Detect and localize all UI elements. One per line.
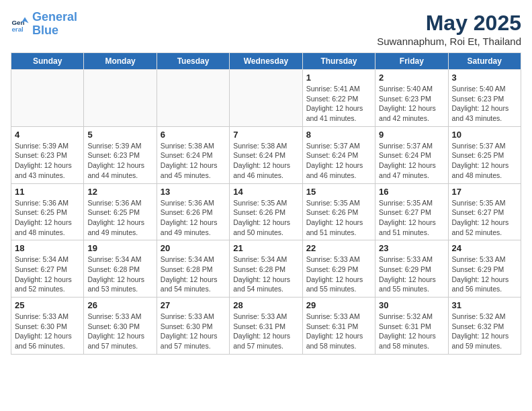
location-subtitle: Suwannaphum, Roi Et, Thailand: [377, 36, 521, 47]
day-cell-28: 28Sunrise: 5:33 AMSunset: 6:31 PMDayligh…: [230, 298, 302, 355]
day-info-line: Daylight: 12 hours and 44 minutes.: [87, 161, 152, 180]
day-info-line: Sunset: 6:28 PM: [161, 265, 226, 275]
day-info-line: Sunrise: 5:35 AM: [306, 198, 371, 208]
week-row-5: 25Sunrise: 5:33 AMSunset: 6:30 PMDayligh…: [11, 298, 521, 355]
day-cell-21: 21Sunrise: 5:34 AMSunset: 6:28 PMDayligh…: [230, 240, 302, 298]
day-info-line: Sunrise: 5:34 AM: [87, 255, 152, 265]
day-info-line: Sunset: 6:23 PM: [379, 94, 444, 104]
day-info-line: Sunrise: 5:33 AM: [452, 255, 517, 265]
day-info-line: Sunrise: 5:39 AM: [87, 141, 152, 151]
day-cell-20: 20Sunrise: 5:34 AMSunset: 6:28 PMDayligh…: [157, 240, 229, 298]
day-info-line: Sunset: 6:23 PM: [452, 94, 517, 104]
header-row: SundayMondayTuesdayWednesdayThursdayFrid…: [11, 53, 521, 70]
logo-text: GeneralBlue: [32, 11, 77, 38]
day-cell-9: 9Sunrise: 5:37 AMSunset: 6:24 PMDaylight…: [375, 126, 448, 183]
day-info-line: Sunrise: 5:33 AM: [233, 312, 298, 322]
logo-icon: Gen eral: [11, 15, 30, 34]
day-info-line: Daylight: 12 hours and 56 minutes.: [452, 275, 517, 294]
day-info-line: Sunset: 6:30 PM: [15, 322, 80, 332]
day-info-line: Sunrise: 5:34 AM: [233, 255, 298, 265]
day-cell-15: 15Sunrise: 5:35 AMSunset: 6:26 PMDayligh…: [302, 183, 375, 240]
day-number: 8: [306, 130, 371, 140]
day-number: 25: [15, 300, 80, 310]
header-day-sunday: Sunday: [11, 53, 84, 70]
svg-text:eral: eral: [11, 26, 24, 33]
day-info-line: Daylight: 12 hours and 57 minutes.: [161, 331, 226, 351]
day-info-line: Sunset: 6:25 PM: [87, 208, 152, 218]
week-row-4: 18Sunrise: 5:34 AMSunset: 6:27 PMDayligh…: [11, 240, 521, 298]
day-info-line: Sunset: 6:32 PM: [452, 322, 517, 332]
day-info-line: Sunset: 6:27 PM: [15, 265, 80, 275]
day-info-line: Daylight: 12 hours and 54 minutes.: [161, 275, 226, 294]
header-day-friday: Friday: [375, 53, 448, 70]
header-day-thursday: Thursday: [302, 53, 375, 70]
day-info-line: Daylight: 12 hours and 56 minutes.: [15, 331, 80, 351]
day-cell-14: 14Sunrise: 5:35 AMSunset: 6:26 PMDayligh…: [230, 183, 302, 240]
day-info-line: Sunrise: 5:35 AM: [233, 198, 298, 208]
day-number: 15: [306, 187, 371, 197]
day-info-line: Daylight: 12 hours and 51 minutes.: [306, 218, 371, 237]
day-info-line: Sunrise: 5:36 AM: [15, 198, 80, 208]
calendar-table: SundayMondayTuesdayWednesdayThursdayFrid…: [11, 52, 521, 355]
day-number: 3: [452, 73, 517, 83]
day-info-line: Sunset: 6:31 PM: [233, 322, 298, 332]
day-info-line: Sunset: 6:24 PM: [379, 150, 444, 161]
day-info-line: Sunset: 6:31 PM: [306, 322, 371, 332]
day-info-line: Sunset: 6:31 PM: [379, 322, 444, 332]
day-cell-24: 24Sunrise: 5:33 AMSunset: 6:29 PMDayligh…: [448, 240, 521, 298]
day-cell-13: 13Sunrise: 5:36 AMSunset: 6:26 PMDayligh…: [157, 183, 229, 240]
day-info-line: Sunset: 6:30 PM: [161, 322, 226, 332]
day-number: 31: [452, 300, 517, 310]
day-number: 10: [452, 130, 517, 140]
day-number: 9: [379, 130, 444, 140]
day-info-line: Sunrise: 5:41 AM: [306, 84, 371, 94]
day-cell-2: 2Sunrise: 5:40 AMSunset: 6:23 PMDaylight…: [375, 70, 448, 127]
day-info-line: Sunset: 6:26 PM: [306, 208, 371, 218]
day-info-line: Sunrise: 5:38 AM: [161, 141, 226, 151]
day-info-line: Daylight: 12 hours and 55 minutes.: [379, 275, 444, 294]
day-info-line: Daylight: 12 hours and 57 minutes.: [233, 331, 298, 351]
day-cell-6: 6Sunrise: 5:38 AMSunset: 6:24 PMDaylight…: [157, 126, 229, 183]
day-number: 2: [379, 73, 444, 83]
day-number: 23: [379, 243, 444, 253]
day-number: 11: [15, 187, 80, 197]
day-cell-11: 11Sunrise: 5:36 AMSunset: 6:25 PMDayligh…: [11, 183, 84, 240]
logo: Gen eral GeneralBlue: [11, 11, 77, 38]
day-info-line: Daylight: 12 hours and 47 minutes.: [379, 161, 444, 180]
empty-cell: [230, 70, 302, 127]
day-info-line: Sunset: 6:22 PM: [306, 94, 371, 104]
day-info-line: Sunset: 6:27 PM: [452, 208, 517, 218]
day-info-line: Daylight: 12 hours and 59 minutes.: [452, 331, 517, 351]
day-info-line: Sunset: 6:29 PM: [379, 265, 444, 275]
day-cell-25: 25Sunrise: 5:33 AMSunset: 6:30 PMDayligh…: [11, 298, 84, 355]
day-number: 20: [161, 243, 226, 253]
day-info-line: Sunrise: 5:33 AM: [87, 312, 152, 322]
day-number: 12: [87, 187, 152, 197]
day-info-line: Daylight: 12 hours and 52 minutes.: [15, 275, 80, 294]
day-cell-26: 26Sunrise: 5:33 AMSunset: 6:30 PMDayligh…: [84, 298, 157, 355]
day-info-line: Daylight: 12 hours and 46 minutes.: [233, 161, 298, 180]
day-info-line: Sunrise: 5:38 AM: [233, 141, 298, 151]
day-info-line: Sunrise: 5:36 AM: [87, 198, 152, 208]
day-info-line: Daylight: 12 hours and 52 minutes.: [452, 218, 517, 237]
day-number: 1: [306, 73, 371, 83]
day-info-line: Daylight: 12 hours and 48 minutes.: [15, 218, 80, 237]
day-cell-22: 22Sunrise: 5:33 AMSunset: 6:29 PMDayligh…: [302, 240, 375, 298]
day-number: 7: [233, 130, 298, 140]
day-number: 16: [379, 187, 444, 197]
day-cell-27: 27Sunrise: 5:33 AMSunset: 6:30 PMDayligh…: [157, 298, 229, 355]
day-info-line: Sunrise: 5:35 AM: [452, 198, 517, 208]
day-cell-16: 16Sunrise: 5:35 AMSunset: 6:27 PMDayligh…: [375, 183, 448, 240]
day-number: 5: [87, 130, 152, 140]
day-info-line: Sunset: 6:28 PM: [87, 265, 152, 275]
day-number: 17: [452, 187, 517, 197]
day-number: 13: [161, 187, 226, 197]
title-block: May 2025 Suwannaphum, Roi Et, Thailand: [377, 11, 521, 47]
header-day-wednesday: Wednesday: [230, 53, 302, 70]
day-info-line: Daylight: 12 hours and 48 minutes.: [452, 161, 517, 180]
day-number: 18: [15, 243, 80, 253]
day-info-line: Sunrise: 5:37 AM: [306, 141, 371, 151]
day-info-line: Sunrise: 5:35 AM: [379, 198, 444, 208]
day-number: 19: [87, 243, 152, 253]
day-info-line: Sunset: 6:23 PM: [15, 150, 80, 161]
